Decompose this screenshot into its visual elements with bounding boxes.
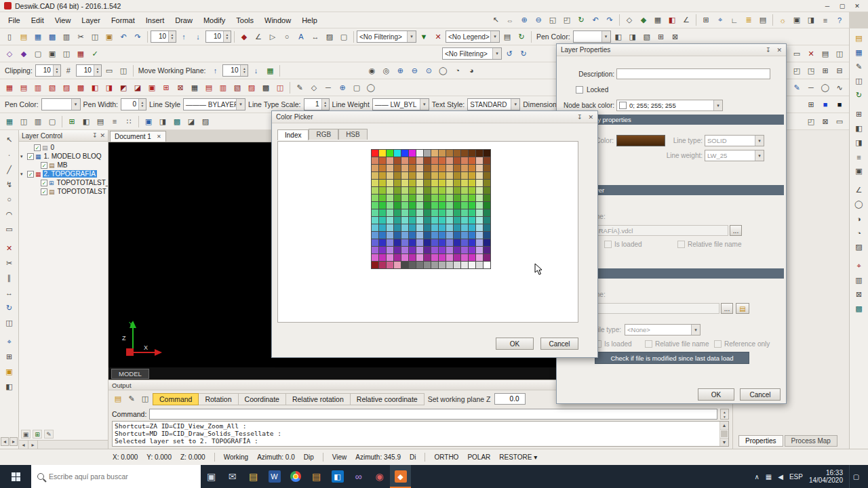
pin-icon[interactable]: ↧ bbox=[92, 132, 98, 139]
palette-color[interactable] bbox=[446, 180, 453, 186]
t1-icon[interactable]: ✎ bbox=[790, 81, 804, 94]
palette-color[interactable] bbox=[387, 180, 393, 186]
console-scrollbar[interactable]: ▲ ▼ bbox=[719, 422, 728, 446]
isolate-icon[interactable]: ◧ bbox=[2, 379, 17, 394]
palette-color[interactable] bbox=[387, 187, 393, 194]
working-plane-z-input[interactable] bbox=[494, 393, 526, 405]
palette-color[interactable] bbox=[401, 224, 408, 231]
dock-refresh-icon[interactable]: ↻ bbox=[852, 88, 867, 102]
palette-color[interactable] bbox=[387, 262, 393, 268]
palette-color[interactable] bbox=[424, 202, 431, 209]
r11-icon[interactable]: ▣ bbox=[145, 81, 159, 94]
g14-icon[interactable]: ▨ bbox=[199, 115, 212, 128]
line-weight-combo[interactable]: LW_25 ▾ bbox=[705, 150, 764, 161]
palette-color[interactable] bbox=[469, 239, 475, 246]
palette-color[interactable] bbox=[409, 172, 416, 179]
layer-visibility-checkbox[interactable]: ✓ bbox=[27, 171, 34, 178]
palette-color[interactable] bbox=[401, 150, 408, 157]
menu-layer[interactable]: Layer bbox=[76, 14, 106, 26]
grid-display-icon[interactable]: ⊞ bbox=[804, 98, 818, 111]
palette-color[interactable] bbox=[439, 165, 446, 171]
close-icon[interactable]: ✕ bbox=[100, 132, 105, 139]
layer-up-icon[interactable]: ↑ bbox=[177, 30, 191, 43]
style1-icon[interactable]: ◧ bbox=[612, 30, 625, 43]
palette-color[interactable] bbox=[379, 172, 386, 179]
palette-color[interactable] bbox=[424, 165, 431, 171]
palette-color[interactable] bbox=[424, 172, 431, 179]
palette-color[interactable] bbox=[439, 209, 446, 216]
palette-color[interactable] bbox=[372, 209, 378, 216]
palette-color[interactable] bbox=[476, 180, 483, 186]
point-tool-icon[interactable]: ◆ bbox=[237, 30, 251, 43]
r1-icon[interactable]: ▦ bbox=[3, 81, 16, 94]
palette-color[interactable] bbox=[461, 187, 468, 194]
output-button-relative-coordinate[interactable]: Relative coordinate bbox=[351, 393, 425, 405]
palette-color[interactable] bbox=[409, 195, 416, 201]
palette-color[interactable] bbox=[424, 254, 431, 261]
layer-isolate-icon[interactable]: ▣ bbox=[21, 430, 31, 439]
s2-icon[interactable]: ◇ bbox=[307, 81, 321, 94]
palette-color[interactable] bbox=[424, 195, 431, 201]
tray-expand-icon[interactable]: ∧ bbox=[754, 473, 759, 481]
taskbar-search[interactable] bbox=[31, 465, 201, 488]
tab-hsb[interactable]: HSB bbox=[338, 129, 368, 140]
palette-color[interactable] bbox=[439, 150, 446, 157]
line-style-combo[interactable]: ——— BYLAYER▾ bbox=[183, 98, 245, 110]
layer-add-icon[interactable]: ⊞ bbox=[33, 430, 42, 439]
r20-icon[interactable]: ◫ bbox=[273, 81, 287, 94]
palette-color[interactable] bbox=[424, 224, 431, 231]
palette-color[interactable] bbox=[424, 157, 431, 164]
hatch-tool-icon[interactable]: ▨ bbox=[323, 30, 336, 43]
layer-properties-ok-button[interactable]: OK bbox=[698, 388, 734, 401]
palette-color[interactable] bbox=[379, 254, 386, 261]
g7-icon[interactable]: ▤ bbox=[94, 115, 107, 128]
palette-color[interactable] bbox=[372, 217, 378, 224]
palette-color[interactable] bbox=[394, 180, 401, 186]
legend-refresh-icon[interactable]: ↻ bbox=[515, 30, 528, 43]
r18-icon[interactable]: ▨ bbox=[245, 81, 258, 94]
g10-icon[interactable]: ▣ bbox=[142, 115, 155, 128]
filtering-combo[interactable]: <No Filtering>▾ bbox=[357, 30, 416, 43]
palette-color[interactable] bbox=[387, 172, 393, 179]
r12-icon[interactable]: ⊞ bbox=[159, 81, 173, 94]
vertex-icon[interactable]: ◇ bbox=[3, 47, 16, 60]
palette-color[interactable] bbox=[476, 224, 483, 231]
edge-icon[interactable]: ◆ bbox=[17, 47, 31, 60]
palette-color[interactable] bbox=[446, 157, 453, 164]
palette-color[interactable] bbox=[416, 180, 423, 186]
language-indicator[interactable]: ESP bbox=[789, 473, 803, 481]
palette-color[interactable] bbox=[476, 217, 483, 224]
layer-visibility-checkbox[interactable]: ✓ bbox=[34, 144, 41, 151]
palette-color[interactable] bbox=[379, 262, 386, 268]
tree-expander-icon[interactable]: ▾ bbox=[20, 154, 26, 159]
palette-color[interactable] bbox=[431, 187, 438, 194]
pan-icon[interactable]: ⇔ bbox=[503, 14, 517, 27]
clip-on-icon[interactable]: ▭ bbox=[102, 64, 116, 77]
layer-tree-item[interactable]: ▾✓▦1. MODELO BLOQ bbox=[19, 152, 108, 161]
folder-icon[interactable]: ▤ bbox=[306, 465, 327, 488]
offset-icon[interactable]: ∥ bbox=[2, 270, 17, 285]
menu-draw[interactable]: Draw bbox=[170, 14, 198, 26]
dialog-pin-icon[interactable]: ↧ bbox=[577, 114, 583, 121]
clock[interactable]: 16:33 14/04/2020 bbox=[809, 469, 843, 484]
palette-color[interactable] bbox=[409, 254, 416, 261]
palette-color[interactable] bbox=[372, 202, 378, 209]
redo-filter-icon[interactable]: ↻ bbox=[517, 47, 530, 60]
palette-color[interactable] bbox=[484, 180, 490, 186]
palette-color[interactable] bbox=[446, 254, 453, 261]
g8-icon[interactable]: ≡ bbox=[108, 115, 121, 128]
tab-model[interactable]: MODEL bbox=[111, 369, 149, 379]
record-icon[interactable]: ◉ bbox=[369, 465, 390, 488]
text-style-combo[interactable]: STANDARD▾ bbox=[467, 98, 520, 110]
palette-color[interactable] bbox=[476, 209, 483, 216]
filter-apply-icon[interactable]: ▼ bbox=[417, 30, 431, 43]
palette-color[interactable] bbox=[469, 262, 475, 268]
palette-color[interactable] bbox=[454, 254, 460, 261]
erase-icon[interactable]: ✕ bbox=[2, 241, 17, 256]
g15-icon[interactable]: ◰ bbox=[804, 115, 818, 128]
palette-color[interactable] bbox=[484, 195, 490, 201]
move-icon[interactable]: ↔ bbox=[2, 285, 17, 300]
palette-color[interactable] bbox=[394, 247, 401, 253]
palette-color[interactable] bbox=[394, 187, 401, 194]
zoom-extents-icon[interactable]: ◰ bbox=[560, 14, 574, 27]
